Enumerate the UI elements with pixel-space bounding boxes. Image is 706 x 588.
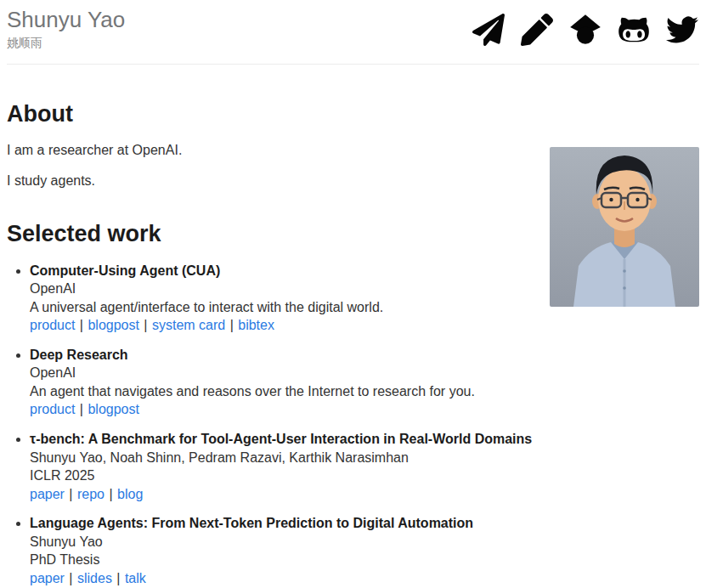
work-item-line: Shunyu Yao [30, 533, 699, 551]
work-item-title: Language Agents: From Next-Token Predict… [30, 514, 699, 533]
link-separator: | [76, 318, 87, 332]
work-link-slides[interactable]: slides [77, 571, 112, 585]
about-heading: About [7, 100, 699, 127]
link-separator: | [65, 487, 76, 501]
work-link-paper[interactable]: paper [30, 571, 65, 585]
twitter-link[interactable] [666, 14, 698, 46]
site-title[interactable]: Shunyu Yao [7, 8, 125, 33]
work-item-title: τ-bench: A Benchmark for Tool-Agent-User… [30, 430, 699, 449]
work-item-links: paper | slides | talk [30, 569, 699, 588]
work-item-links: paper | repo | blog [30, 485, 699, 504]
site-header: Shunyu Yao 姚顺雨 [7, 0, 699, 51]
paper-plane-icon [472, 14, 505, 46]
social-icons [472, 14, 698, 46]
work-link-paper[interactable]: paper [30, 487, 65, 501]
header-divider [7, 64, 699, 65]
site-title-block: Shunyu Yao 姚顺雨 [7, 8, 125, 51]
scholar-link[interactable] [569, 14, 602, 46]
work-link-bibtex[interactable]: bibtex [238, 318, 274, 332]
work-item-line: ICLR 2025 [30, 466, 699, 485]
profile-photo [550, 147, 699, 307]
github-icon [618, 14, 650, 46]
work-item-line: Shunyu Yao, Noah Shinn, Pedram Razavi, K… [30, 449, 699, 467]
work-item-line: PhD Thesis [30, 551, 699, 569]
work-item: Deep ResearchOpenAIAn agent that navigat… [30, 346, 699, 419]
profile-photo-illustration [550, 147, 699, 307]
link-separator: | [105, 487, 116, 501]
work-link-system-card[interactable]: system card [152, 318, 225, 332]
work-item-line: OpenAI [30, 364, 699, 382]
work-link-blog[interactable]: blog [117, 487, 143, 501]
graduation-cap-icon [569, 14, 602, 46]
blog-link[interactable] [521, 14, 553, 46]
link-separator: | [113, 571, 124, 585]
work-item-links: product | blogpost | system card | bibte… [30, 316, 699, 335]
selected-work-list: Computer-Using Agent (CUA)OpenAIA univer… [7, 262, 699, 587]
work-link-talk[interactable]: talk [125, 571, 146, 585]
work-item-line: An agent that navigates and reasons over… [30, 382, 699, 401]
work-link-repo[interactable]: repo [77, 487, 104, 501]
github-link[interactable] [618, 14, 650, 46]
work-item-title: Deep Research [30, 346, 699, 365]
work-link-blogpost[interactable]: blogpost [88, 318, 139, 332]
site-subtitle: 姚顺雨 [7, 36, 125, 51]
work-link-product[interactable]: product [30, 402, 75, 416]
email-link[interactable] [472, 14, 505, 46]
link-separator: | [65, 571, 76, 585]
page: Shunyu Yao 姚顺雨 About [0, 0, 706, 587]
link-separator: | [140, 318, 151, 332]
work-item-links: product | blogpost [30, 400, 699, 419]
link-separator: | [226, 318, 237, 332]
work-item: Language Agents: From Next-Token Predict… [30, 514, 699, 587]
pencil-icon [521, 14, 553, 46]
twitter-icon [666, 14, 698, 46]
main-content: About [7, 100, 699, 587]
work-link-blogpost[interactable]: blogpost [88, 402, 139, 416]
link-separator: | [76, 402, 87, 416]
work-item: τ-bench: A Benchmark for Tool-Agent-User… [30, 430, 699, 503]
work-link-product[interactable]: product [30, 318, 75, 332]
